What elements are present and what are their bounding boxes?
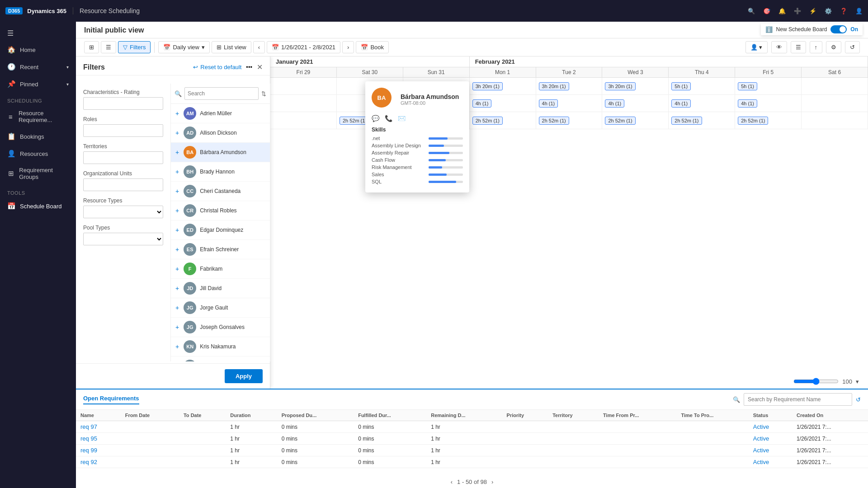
list-view-icon-button[interactable]: ☰ xyxy=(101,41,116,53)
list-item[interactable]: + BA Bárbara Amundson xyxy=(171,143,270,162)
list-item[interactable]: + CR Christal Robles xyxy=(171,201,270,221)
org-units-input[interactable] xyxy=(83,178,163,191)
date-range-button[interactable]: 📅 1/26/2021 - 2/8/2021 xyxy=(267,41,340,53)
target-icon[interactable]: 🎯 xyxy=(763,8,770,14)
sidebar-item-bookings[interactable]: 📋 Bookings xyxy=(0,128,76,145)
table-row: req 95 1 hr 0 mins 0 mins 1 hr Active 1/… xyxy=(76,433,868,445)
columns-button[interactable]: ☰ xyxy=(791,41,806,53)
booking-chip[interactable]: 5h (1) xyxy=(671,82,691,90)
hamburger-menu[interactable]: ☰ xyxy=(0,25,76,41)
zoom-slider[interactable] xyxy=(793,378,839,385)
req-status-link[interactable]: Active xyxy=(753,435,769,442)
list-item[interactable]: + ED Edgar Dominquez xyxy=(171,221,270,240)
req-status-link[interactable]: Active xyxy=(753,447,769,454)
more-options-icon[interactable]: ••• xyxy=(246,64,252,70)
filter-close-button[interactable]: ✕ xyxy=(257,63,263,71)
apply-button[interactable]: Apply xyxy=(225,369,263,383)
sidebar-item-schedule-board[interactable]: 📅 Schedule Board xyxy=(0,197,76,215)
booking-chip[interactable]: 2h 52m (1) xyxy=(539,117,569,125)
skill-bar-background xyxy=(429,181,463,183)
schedule-toggle-switch[interactable] xyxy=(830,25,847,33)
list-item[interactable]: + JG Joseph Gonsalves xyxy=(171,318,270,337)
booking-chip[interactable]: 2h 52m (1) xyxy=(671,117,702,125)
characteristics-input[interactable] xyxy=(83,97,163,110)
resource-name: Allison Dickson xyxy=(200,130,236,136)
view-toggle-button[interactable]: 👁 xyxy=(771,41,787,53)
list-item[interactable]: + F Fabrikam xyxy=(171,259,270,279)
booking-chip[interactable]: 3h 20m (1) xyxy=(472,82,503,90)
filters-button[interactable]: ▽ Filters xyxy=(118,41,151,53)
chat-icon[interactable]: 💬 xyxy=(372,115,379,122)
sidebar-item-resources[interactable]: 👤 Resources xyxy=(0,145,76,162)
calendar-cell: 4h (1) xyxy=(735,95,802,112)
sidebar-item-requirements[interactable]: ≡ Resource Requireme... xyxy=(0,105,76,128)
resource-types-label: Resource Types xyxy=(83,197,163,204)
skill-name: SQL xyxy=(372,179,426,184)
refresh-icon[interactable]: ↺ xyxy=(856,396,861,403)
list-item[interactable]: + ES Efrain Schreiner xyxy=(171,240,270,259)
territories-input[interactable] xyxy=(83,151,163,164)
book-button[interactable]: 📅 Book xyxy=(356,41,389,53)
settings-icon[interactable]: ⚙️ xyxy=(825,8,832,14)
booking-chip[interactable]: 5h (1) xyxy=(738,82,757,90)
refresh-button[interactable]: ↺ xyxy=(845,41,860,53)
open-requirements-tab[interactable]: Open Requirements xyxy=(83,395,139,404)
list-item[interactable]: + AM Adrien Müller xyxy=(171,104,270,123)
sidebar-item-pinned[interactable]: 📌 Pinned ▾ xyxy=(0,75,76,93)
booking-chip[interactable]: 4h (1) xyxy=(472,99,492,108)
list-item[interactable]: + JG Jorge Gault xyxy=(171,298,270,318)
filter-icon[interactable]: ⚡ xyxy=(809,8,816,14)
booking-chip[interactable]: 3h 20m (1) xyxy=(539,82,569,90)
list-item[interactable]: + BH Brady Hannon xyxy=(171,162,270,182)
req-status-link[interactable]: Active xyxy=(753,423,769,430)
help-icon[interactable]: ❓ xyxy=(840,8,847,14)
req-name-link[interactable]: req 97 xyxy=(80,423,97,430)
bell-icon[interactable]: 🔔 xyxy=(778,8,786,14)
list-item[interactable]: + AD Allison Dickson xyxy=(171,123,270,143)
expand-icon[interactable]: ▾ xyxy=(856,378,859,385)
sidebar-item-recent[interactable]: 🕐 Recent ▾ xyxy=(0,58,76,75)
filter-reset-button[interactable]: ↩ Reset to default xyxy=(193,64,241,70)
requirement-search-input[interactable] xyxy=(744,393,852,406)
next-date-button[interactable]: › xyxy=(342,41,354,53)
resource-search-input[interactable] xyxy=(184,87,259,100)
email-icon[interactable]: ✉️ xyxy=(398,115,406,122)
list-item[interactable]: + KN Kris Nakamura xyxy=(171,337,270,357)
req-name-link[interactable]: req 95 xyxy=(80,435,97,442)
booking-chip[interactable]: 4h (1) xyxy=(671,99,691,108)
resource-types-select[interactable] xyxy=(83,206,163,218)
sidebar-item-requirement-groups[interactable]: ⊞ Requirement Groups xyxy=(0,162,76,185)
plus-icon[interactable]: ➕ xyxy=(794,8,801,14)
req-name-link[interactable]: req 99 xyxy=(80,447,97,454)
list-item[interactable]: + CC Cheri Castaneda xyxy=(171,182,270,201)
search-icon[interactable]: 🔍 xyxy=(748,8,755,14)
user-icon[interactable]: 👤 xyxy=(855,8,863,14)
booking-chip[interactable]: 2h 52m (1) xyxy=(472,117,503,125)
booking-chip[interactable]: 2h 52m (1) xyxy=(605,117,635,125)
booking-chip[interactable]: 4h (1) xyxy=(738,99,757,108)
roles-input[interactable] xyxy=(83,124,163,137)
list-item[interactable]: + JD Jill David xyxy=(171,279,270,298)
pool-types-select[interactable] xyxy=(83,233,163,245)
avatar: JG xyxy=(184,321,196,333)
booking-chip[interactable]: 4h (1) xyxy=(605,99,624,108)
share-button[interactable]: ↑ xyxy=(810,41,823,53)
list-item[interactable]: + LL Luke Lundgren xyxy=(171,357,270,361)
booking-chip[interactable]: 4h (1) xyxy=(539,99,558,108)
grid-view-button[interactable]: ⊞ xyxy=(84,41,99,53)
new-schedule-label: New Schedule Board xyxy=(776,26,827,33)
next-page-icon[interactable]: › xyxy=(491,479,493,485)
booking-chip[interactable]: 2h 52m (1) xyxy=(738,117,768,125)
list-view-button[interactable]: ⊞ List view xyxy=(212,41,251,53)
phone-icon[interactable]: 📞 xyxy=(385,115,392,122)
req-status-link[interactable]: Active xyxy=(753,459,769,465)
prev-date-button[interactable]: ‹ xyxy=(253,41,265,53)
req-name-link[interactable]: req 92 xyxy=(80,459,97,465)
booking-chip[interactable]: 3h 20m (1) xyxy=(605,82,635,90)
sort-icon[interactable]: ⇅ xyxy=(261,90,266,97)
daily-view-button[interactable]: 📅 Daily view ▾ xyxy=(158,41,210,53)
settings-button[interactable]: ⚙ xyxy=(826,41,841,53)
resource-picker-button[interactable]: 👤 ▾ xyxy=(745,41,768,53)
sidebar-item-home[interactable]: 🏠 Home xyxy=(0,41,76,58)
prev-page-icon[interactable]: ‹ xyxy=(451,479,453,485)
